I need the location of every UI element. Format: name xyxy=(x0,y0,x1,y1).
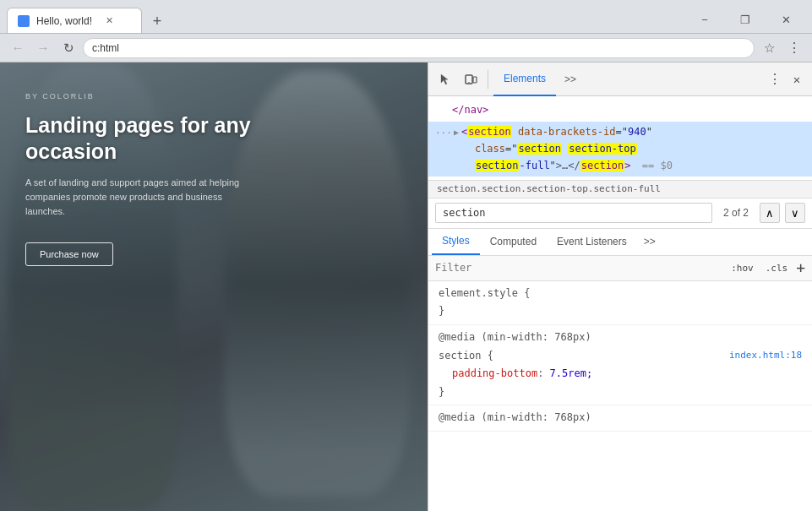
cls-button[interactable]: .cls xyxy=(762,261,792,275)
nav-close-tag: </nav> xyxy=(452,104,488,116)
devtools-close-button[interactable]: ✕ xyxy=(787,69,807,90)
media2-text: @media (min-width: 768px) xyxy=(439,409,802,427)
browser-tab-bar: Hello, world! ✕ + − ❐ ✕ xyxy=(0,0,812,34)
breadcrumb-text: section.section.section-top.section-full xyxy=(437,183,661,194)
devtools-toolbar: Elements >> ⋮ ✕ xyxy=(428,63,812,96)
class-attr: class xyxy=(475,143,505,155)
rule1-prop-name: padding-bottom xyxy=(452,367,537,379)
tab-title: Hello, world! xyxy=(36,15,92,27)
computed-tab[interactable]: Computed xyxy=(480,228,547,255)
main-area: BY COLORLIB Landing pages for any occasi… xyxy=(0,63,812,511)
refresh-button[interactable]: ↻ xyxy=(57,37,79,59)
search-prev-button[interactable]: ∧ xyxy=(760,203,780,223)
media-rule-1: @media (min-width: 768px) section { inde… xyxy=(428,325,812,405)
webpage-preview: BY COLORLIB Landing pages for any occasi… xyxy=(0,63,428,511)
address-text: c:html xyxy=(92,42,119,54)
search-count: 2 of 2 xyxy=(717,207,755,219)
section-tag-name: section xyxy=(467,126,512,138)
rule1-prop-val: 7.5rem; xyxy=(550,367,593,379)
rule1-colon: : xyxy=(537,367,549,379)
search-input[interactable] xyxy=(435,203,712,223)
filter-input[interactable] xyxy=(435,258,722,277)
nav-close-tag-row[interactable]: </nav> xyxy=(428,100,812,122)
class-val2: section-top xyxy=(568,143,636,155)
row-ellipsis: ... xyxy=(435,123,452,139)
minimize-button[interactable]: − xyxy=(685,9,724,30)
purchase-button[interactable]: Purchase now xyxy=(25,242,113,266)
forward-button[interactable]: → xyxy=(32,37,54,59)
element-style-close: } xyxy=(439,302,802,321)
tab-favicon xyxy=(18,15,30,27)
webpage-content: BY COLORLIB Landing pages for any occasi… xyxy=(25,92,326,266)
webpage-subtext: A set of landing and support pages aimed… xyxy=(25,176,245,219)
styles-tab[interactable]: Styles xyxy=(432,228,480,255)
devtools-more-button[interactable]: ⋮ xyxy=(765,69,785,90)
device-toolbar-button[interactable] xyxy=(459,68,482,91)
star-button[interactable]: ☆ xyxy=(758,37,780,59)
webpage-badge: BY COLORLIB xyxy=(25,92,326,101)
class-val1: section xyxy=(517,143,562,155)
equals1: =" xyxy=(616,126,628,138)
class-end-quote: " xyxy=(550,160,556,171)
toolbar-divider xyxy=(488,70,488,89)
ellipsis-content: >…</ xyxy=(556,160,580,171)
address-bar[interactable]: c:html xyxy=(83,38,755,58)
elements-html-panel: </nav> ... ▶ <section data-brackets-id="… xyxy=(428,96,812,180)
expand-triangle[interactable]: ▶ xyxy=(454,125,459,139)
restore-button[interactable]: ❐ xyxy=(726,9,765,30)
search-next-button[interactable]: ∨ xyxy=(785,203,805,223)
section-close-name: section xyxy=(580,160,625,171)
section-element-row[interactable]: ... ▶ <section data-brackets-id="940" cl… xyxy=(428,122,812,177)
section-class2-indent: section-full">…</section> == $0 xyxy=(475,160,673,171)
devtools-panel: Elements >> ⋮ ✕ </nav> ... ▶ <section da… xyxy=(428,63,812,511)
class-val3b: -full xyxy=(519,160,549,171)
rule1-close: } xyxy=(439,383,802,402)
active-tab[interactable]: Hello, world! ✕ xyxy=(7,8,142,33)
address-bar-row: ← → ↻ c:html ☆ ⋮ xyxy=(0,34,812,63)
new-tab-button[interactable]: + xyxy=(145,9,169,33)
tab-more[interactable]: >> xyxy=(558,63,583,96)
section-close-bracket: > xyxy=(624,160,630,171)
search-bar: 2 of 2 ∧ ∨ xyxy=(428,198,812,229)
dollar-zero: == $0 xyxy=(642,160,673,171)
section-class-indent: class="section section-top xyxy=(475,143,637,155)
back-button[interactable]: ← xyxy=(7,37,29,59)
css-rules-area: element.style { } @media (min-width: 768… xyxy=(428,281,812,511)
class-eq: =" xyxy=(505,143,517,155)
styles-tab-bar: Styles Computed Event Listeners >> xyxy=(428,229,812,256)
element-style-open: element.style { xyxy=(439,285,802,303)
event-listeners-tab[interactable]: Event Listeners xyxy=(547,228,637,255)
filter-bar: :hov .cls + xyxy=(428,256,812,281)
section-tag-content: <section data-brackets-id="940" class="s… xyxy=(461,123,805,175)
rule1-selector: section { xyxy=(439,350,493,362)
section-data-attr-val: 940 xyxy=(628,126,646,138)
inspect-element-button[interactable] xyxy=(433,68,457,91)
svg-rect-1 xyxy=(473,77,477,83)
rule1-source[interactable]: index.html:18 xyxy=(729,347,802,364)
class-val3: section xyxy=(475,160,520,171)
media-rule-2: @media (min-width: 768px) xyxy=(428,405,812,432)
tab-close-btn[interactable]: ✕ xyxy=(102,14,116,28)
webpage-heading: Landing pages for any occasion xyxy=(25,112,326,166)
browser-menu-button[interactable]: ⋮ xyxy=(783,37,805,59)
close-button[interactable]: ✕ xyxy=(766,9,805,30)
section-data-attr-name: data-brackets-id xyxy=(518,126,616,138)
rule1-header: section { index.html:18 xyxy=(439,347,802,366)
hov-button[interactable]: :hov xyxy=(728,261,757,275)
breadcrumb-bar: section.section.section-top.section-full xyxy=(428,180,812,198)
tab-elements[interactable]: Elements xyxy=(493,63,556,96)
styles-more-tab[interactable]: >> xyxy=(637,228,662,255)
add-style-button[interactable]: + xyxy=(796,260,805,275)
media1-text: @media (min-width: 768px) xyxy=(439,329,802,347)
quote1: " xyxy=(646,126,652,138)
rule1-props: padding-bottom: 7.5rem; xyxy=(439,365,802,383)
element-style-rule: element.style { } xyxy=(428,281,812,325)
